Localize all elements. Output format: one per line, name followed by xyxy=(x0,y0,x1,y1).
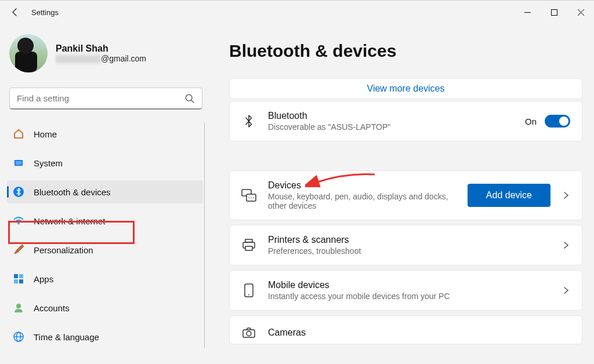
cameras-row[interactable]: Cameras xyxy=(229,315,582,344)
svg-point-25 xyxy=(248,294,249,296)
camera-icon xyxy=(241,325,256,340)
mobile-desc: Instantly access your mobile devices fro… xyxy=(268,292,459,301)
devices-row[interactable]: Devices Mouse, keyboard, pen, audio, dis… xyxy=(229,170,582,220)
sidebar-item-network[interactable]: Network & internet xyxy=(7,209,203,232)
wifi-icon xyxy=(13,215,24,227)
sidebar-item-bluetooth-devices[interactable]: Bluetooth & devices xyxy=(7,180,203,203)
svg-point-12 xyxy=(16,304,21,308)
sidebar-item-time-language[interactable]: Time & language xyxy=(7,325,203,348)
sidebar-item-label: Time & language xyxy=(34,332,99,342)
bluetooth-card[interactable]: Bluetooth Discoverable as "ASUS-LAPTOP" … xyxy=(229,101,582,141)
svg-point-20 xyxy=(253,197,254,198)
minimize-button[interactable] xyxy=(514,1,541,24)
window-title: Settings xyxy=(31,8,59,17)
cameras-title: Cameras xyxy=(268,327,570,338)
svg-rect-8 xyxy=(14,274,18,278)
bluetooth-icon xyxy=(241,114,256,129)
system-icon xyxy=(13,157,24,169)
globe-icon xyxy=(13,331,24,343)
svg-rect-1 xyxy=(551,9,557,15)
profile-name: Pankil Shah xyxy=(56,43,146,54)
back-button[interactable] xyxy=(7,4,23,20)
sidebar-item-home[interactable]: Home xyxy=(7,122,203,145)
person-icon xyxy=(13,302,24,314)
sidebar-item-label: Home xyxy=(34,129,57,139)
svg-line-3 xyxy=(191,100,194,103)
nav: Home System Bluetooth & devices Network … xyxy=(7,122,205,348)
devices-desc: Mouse, keyboard, pen, audio, displays an… xyxy=(268,192,459,210)
search-icon xyxy=(184,93,195,104)
bluetooth-icon xyxy=(13,186,24,198)
page-title: Bluetooth & devices xyxy=(229,41,582,61)
profile-block[interactable]: Pankil Shah @gmail.com xyxy=(7,34,205,72)
printer-icon xyxy=(241,238,256,253)
printers-row[interactable]: Printers & scanners Preferences, trouble… xyxy=(229,225,582,265)
sidebar-item-accounts[interactable]: Accounts xyxy=(7,296,203,319)
svg-rect-9 xyxy=(19,274,23,278)
bluetooth-title: Bluetooth xyxy=(268,111,525,121)
printers-desc: Preferences, troubleshoot xyxy=(268,246,459,256)
brush-icon xyxy=(13,244,24,256)
home-icon xyxy=(13,128,24,140)
svg-rect-11 xyxy=(19,279,23,283)
mobile-title: Mobile devices xyxy=(268,280,555,290)
chevron-right-icon xyxy=(562,286,570,294)
sidebar-item-system[interactable]: System xyxy=(7,151,203,174)
devices-icon xyxy=(241,188,256,203)
titlebar: Settings xyxy=(0,1,594,24)
devices-title: Devices xyxy=(268,180,468,191)
sidebar-item-personalization[interactable]: Personalization xyxy=(7,238,203,261)
svg-point-18 xyxy=(248,197,249,198)
printers-title: Printers & scanners xyxy=(268,235,555,245)
view-more-devices-link[interactable]: View more devices xyxy=(229,78,582,99)
svg-rect-10 xyxy=(14,279,18,283)
profile-email: @gmail.com xyxy=(56,54,146,63)
chevron-right-icon xyxy=(562,241,570,249)
chevron-right-icon xyxy=(562,191,570,199)
window-controls xyxy=(514,1,594,24)
apps-icon xyxy=(13,273,24,285)
maximize-button[interactable] xyxy=(541,1,567,24)
bluetooth-subtitle: Discoverable as "ASUS-LAPTOP" xyxy=(268,122,459,132)
search-input[interactable] xyxy=(17,93,184,103)
mobile-row[interactable]: Mobile devices Instantly access your mob… xyxy=(229,270,582,311)
svg-point-2 xyxy=(186,94,192,101)
sidebar-item-apps[interactable]: Apps xyxy=(7,267,203,290)
sidebar-item-label: Personalization xyxy=(34,245,93,255)
add-device-button[interactable]: Add device xyxy=(468,184,550,207)
sidebar-item-label: Accounts xyxy=(34,303,70,313)
avatar xyxy=(9,34,48,72)
bluetooth-toggle[interactable] xyxy=(545,115,570,128)
sidebar: Pankil Shah @gmail.com Home System Bluet… xyxy=(0,24,212,364)
sidebar-item-label: Network & internet xyxy=(34,216,105,226)
svg-rect-5 xyxy=(16,161,22,165)
sidebar-item-label: Apps xyxy=(34,274,53,284)
svg-point-7 xyxy=(17,223,20,225)
content-area: Bluetooth & devices View more devices Bl… xyxy=(212,24,594,364)
bluetooth-state-label: On xyxy=(525,117,537,126)
sidebar-item-label: System xyxy=(34,158,63,168)
phone-icon xyxy=(241,283,256,298)
svg-point-19 xyxy=(251,197,252,198)
sidebar-item-label: Bluetooth & devices xyxy=(34,187,111,197)
svg-point-27 xyxy=(247,332,251,336)
close-button[interactable] xyxy=(567,1,594,24)
svg-rect-23 xyxy=(245,246,252,250)
search-field[interactable] xyxy=(9,88,202,110)
